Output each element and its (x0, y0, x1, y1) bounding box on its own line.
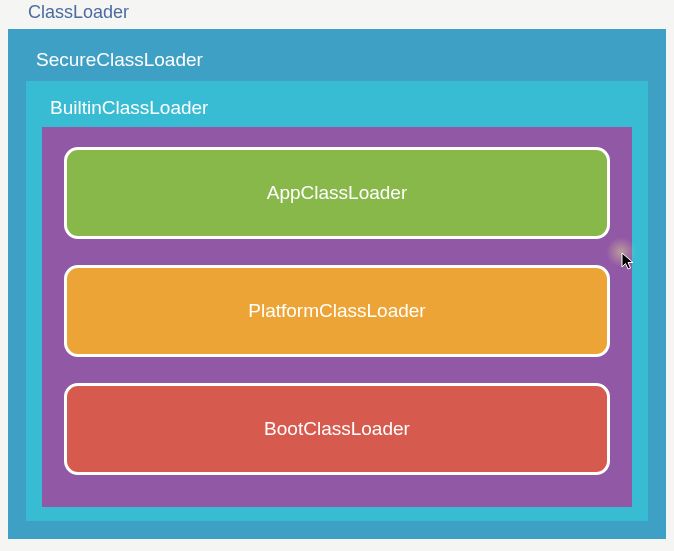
appclassloader-box: AppClassLoader (64, 147, 610, 239)
platformclassloader-label: PlatformClassLoader (248, 300, 425, 322)
secureclassloader-label: SecureClassLoader (26, 41, 648, 81)
platformclassloader-box: PlatformClassLoader (64, 265, 610, 357)
classloader-box: SecureClassLoader BuiltinClassLoader App… (8, 29, 666, 539)
builtinclassloader-box: AppClassLoader PlatformClassLoader BootC… (42, 127, 632, 507)
classloader-label: ClassLoader (0, 0, 674, 29)
secureclassloader-box: BuiltinClassLoader AppClassLoader Platfo… (26, 81, 648, 521)
appclassloader-label: AppClassLoader (267, 182, 407, 204)
bootclassloader-label: BootClassLoader (264, 418, 410, 440)
bootclassloader-box: BootClassLoader (64, 383, 610, 475)
builtinclassloader-label: BuiltinClassLoader (42, 91, 632, 127)
